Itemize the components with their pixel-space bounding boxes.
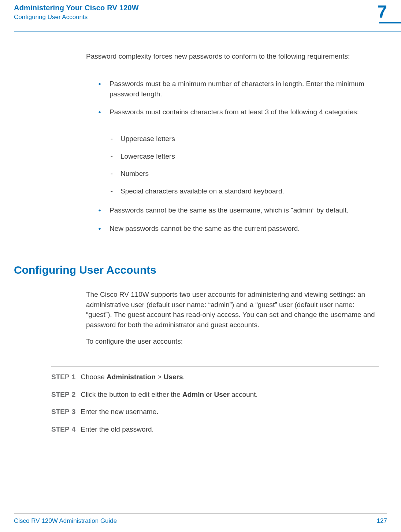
step-text-part: account. bbox=[230, 391, 258, 398]
step-text-bold: Admin bbox=[182, 391, 204, 398]
list-item: • Passwords must be a minimum number of … bbox=[86, 79, 379, 99]
section-heading: Configuring User Accounts bbox=[14, 264, 156, 276]
step-text-part: Enter the old password. bbox=[81, 425, 154, 433]
step-text-part: . bbox=[183, 373, 185, 381]
footer-rule bbox=[14, 513, 387, 514]
step-text: Click the button to edit either the Admi… bbox=[81, 389, 258, 400]
footer-right: 127 bbox=[377, 517, 387, 525]
step-number: 4 bbox=[70, 424, 81, 435]
chapter-number: 7 bbox=[377, 1, 387, 22]
step-text-part: > bbox=[156, 373, 164, 381]
dash-icon: - bbox=[109, 151, 114, 162]
bullet-list-after: • Passwords cannot be the same as the us… bbox=[86, 205, 379, 233]
step-text-part: Enter the new username. bbox=[81, 408, 158, 415]
step-text-bold: Administration bbox=[107, 373, 156, 381]
step-label: STEP bbox=[51, 389, 70, 400]
dash-icon: - bbox=[109, 169, 114, 179]
step-row: STEP 2 Click the button to edit either t… bbox=[51, 389, 379, 400]
section-heading-wrap: Configuring User Accounts bbox=[14, 264, 156, 276]
step-text-part: Choose bbox=[81, 373, 107, 381]
step-label: STEP bbox=[51, 407, 70, 417]
header-title: Administering Your Cisco RV 120W bbox=[14, 4, 387, 12]
step-text-part: or bbox=[204, 391, 214, 398]
bullet-icon: • bbox=[97, 107, 102, 117]
step-text-part: Click the button to edit either the bbox=[81, 391, 182, 398]
step-text: Enter the new username. bbox=[81, 407, 158, 417]
page-footer: Cisco RV 120W Administration Guide 127 bbox=[14, 517, 387, 525]
list-item: • Passwords must contains characters fro… bbox=[86, 107, 379, 117]
bullet-icon: • bbox=[97, 79, 102, 99]
dash-icon: - bbox=[109, 134, 114, 144]
section-para-2: To configure the user accounts: bbox=[86, 336, 379, 347]
step-text: Choose Administration > Users. bbox=[81, 372, 185, 382]
sub-bullet-list: - Uppercase letters - Lowercase letters … bbox=[86, 134, 379, 196]
step-label: STEP bbox=[51, 424, 70, 435]
header-subtitle: Configuring User Accounts bbox=[14, 14, 387, 21]
bullet-text: Passwords cannot be the same as the user… bbox=[109, 205, 349, 215]
document-page: Administering Your Cisco RV 120W Configu… bbox=[0, 0, 401, 532]
step-row: STEP 3 Enter the new username. bbox=[51, 407, 379, 417]
sub-bullet-text: Numbers bbox=[120, 169, 149, 179]
step-text-bold: Users bbox=[164, 373, 183, 381]
sub-bullet-text: Lowercase letters bbox=[120, 151, 175, 162]
bullet-list: • Passwords must be a minimum number of … bbox=[86, 79, 379, 117]
step-row: STEP 4 Enter the old password. bbox=[51, 424, 379, 435]
step-label: STEP bbox=[51, 372, 70, 382]
list-item: - Special characters available on a stan… bbox=[86, 186, 379, 196]
section-para-1: The Cisco RV 110W supports two user acco… bbox=[86, 289, 379, 330]
header-rule bbox=[14, 32, 401, 32]
list-item: • Passwords cannot be the same as the us… bbox=[86, 205, 379, 215]
bullet-text: New passwords cannot be the same as the … bbox=[109, 223, 300, 234]
step-text: Enter the old password. bbox=[81, 424, 154, 435]
intro-lead: Password complexity forces new passwords… bbox=[86, 51, 379, 62]
step-text-bold: User bbox=[214, 391, 230, 398]
section-body: The Cisco RV 110W supports two user acco… bbox=[86, 289, 379, 347]
page-header: Administering Your Cisco RV 120W Configu… bbox=[14, 4, 387, 21]
step-number: 1 bbox=[70, 372, 81, 382]
bullet-icon: • bbox=[97, 205, 102, 215]
bullet-text: Passwords must contains characters from … bbox=[109, 107, 359, 117]
step-row: STEP 1 Choose Administration > Users. bbox=[51, 372, 379, 382]
steps-block: STEP 1 Choose Administration > Users. ST… bbox=[51, 366, 379, 434]
intro-block: Password complexity forces new passwords… bbox=[86, 51, 379, 62]
sub-bullet-text: Uppercase letters bbox=[120, 134, 175, 144]
sub-bullet-text: Special characters available on a standa… bbox=[120, 186, 284, 196]
step-number: 2 bbox=[70, 389, 81, 400]
list-item: - Lowercase letters bbox=[86, 151, 379, 162]
list-item: • New passwords cannot be the same as th… bbox=[86, 223, 379, 234]
bullet-text: Passwords must be a minimum number of ch… bbox=[109, 79, 379, 99]
bullet-icon: • bbox=[97, 223, 102, 234]
list-item: - Uppercase letters bbox=[86, 134, 379, 144]
dash-icon: - bbox=[109, 186, 114, 196]
footer-left: Cisco RV 120W Administration Guide bbox=[14, 517, 117, 525]
list-item: - Numbers bbox=[86, 169, 379, 179]
step-number: 3 bbox=[70, 407, 81, 417]
